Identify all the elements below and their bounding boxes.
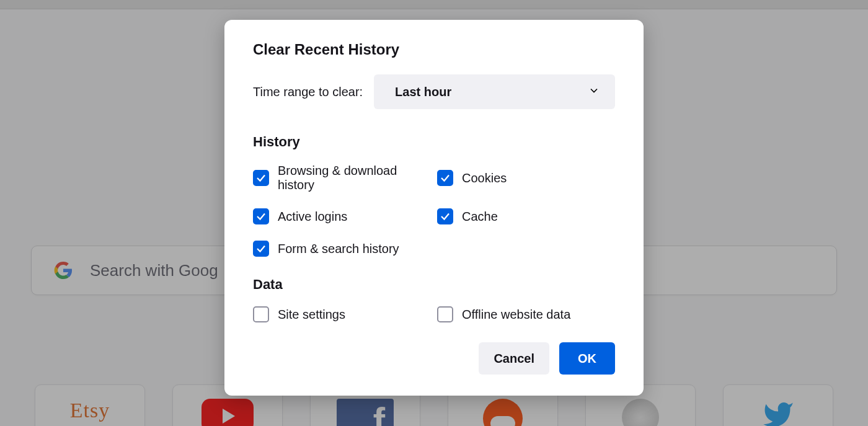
checkbox-label: Browsing & download history xyxy=(278,164,431,192)
time-range-label: Time range to clear: xyxy=(253,85,363,99)
checkbox-label: Site settings xyxy=(278,308,345,322)
checkbox-cookies[interactable]: Cookies xyxy=(437,164,615,192)
checkbox-icon xyxy=(253,208,269,224)
checkbox-label: Cookies xyxy=(462,171,507,185)
checkbox-label: Offline website data xyxy=(462,308,570,322)
checkbox-site-settings[interactable]: Site settings xyxy=(253,306,431,322)
dialog-title: Clear Recent History xyxy=(253,41,615,58)
history-heading: History xyxy=(253,134,615,150)
checkbox-offline-data[interactable]: Offline website data xyxy=(437,306,615,322)
checkbox-icon xyxy=(253,306,269,322)
dialog-buttons: Cancel OK xyxy=(253,342,615,375)
checkbox-icon xyxy=(253,241,269,257)
cancel-button[interactable]: Cancel xyxy=(479,342,549,375)
time-range-select[interactable]: Last hour xyxy=(374,74,615,109)
checkbox-form-search[interactable]: Form & search history xyxy=(253,241,431,257)
checkbox-label: Active logins xyxy=(278,210,347,224)
checkbox-icon xyxy=(437,170,453,186)
checkbox-icon xyxy=(437,306,453,322)
ok-button[interactable]: OK xyxy=(559,342,615,375)
checkbox-cache[interactable]: Cache xyxy=(437,208,615,224)
checkbox-active-logins[interactable]: Active logins xyxy=(253,208,431,224)
chevron-down-icon xyxy=(588,84,600,100)
time-range-value: Last hour xyxy=(395,85,451,99)
data-heading: Data xyxy=(253,277,615,293)
time-range-row: Time range to clear: Last hour xyxy=(253,74,615,109)
checkbox-icon xyxy=(253,170,269,186)
data-options: Site settings Offline website data xyxy=(253,306,615,322)
clear-history-dialog: Clear Recent History Time range to clear… xyxy=(224,20,644,396)
checkbox-label: Form & search history xyxy=(278,242,399,256)
history-options: Browsing & download history Cookies Acti… xyxy=(253,164,615,257)
checkbox-label: Cache xyxy=(462,210,498,224)
checkbox-icon xyxy=(437,208,453,224)
checkbox-browsing-download[interactable]: Browsing & download history xyxy=(253,164,431,192)
